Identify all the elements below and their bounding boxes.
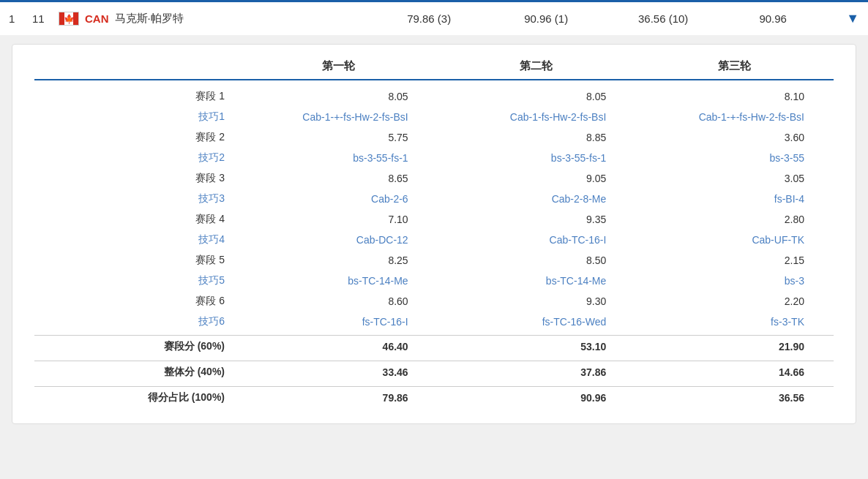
- row-label: 技巧5: [34, 274, 239, 287]
- table-row: 技巧2 bs-3-55-fs-1 bs-3-55-fs-1 bs-3-55: [34, 148, 834, 168]
- summary-v2: 37.86: [438, 366, 636, 378]
- row-v2: 8.05: [438, 91, 636, 102]
- summary-row: 整体分 (40%) 33.46 37.86 14.66: [34, 361, 834, 383]
- row-label: 赛段 5: [34, 254, 239, 267]
- row-v3: bs-3-55: [635, 152, 834, 164]
- summary-row: 得分占比 (100%) 79.86 90.96 36.56: [34, 386, 834, 409]
- row-v2: 9.05: [438, 173, 636, 184]
- row-v3: fs-BI-4: [635, 193, 834, 205]
- row-v2: fs-TC-16-Wed: [438, 316, 636, 328]
- table-row: 技巧4 Cab-DC-12 Cab-TC-16-I Cab-UF-TK: [34, 230, 834, 250]
- summary-v3: 14.66: [635, 366, 834, 378]
- col-round2: 第二轮: [438, 59, 636, 73]
- summary-v2: 53.10: [438, 341, 636, 352]
- row-v1: 7.10: [239, 214, 438, 225]
- row-label: 技巧1: [34, 110, 239, 124]
- score1: 79.86 (3): [392, 12, 465, 25]
- table-row: 技巧3 Cab-2-6 Cab-2-8-Me fs-BI-4: [34, 189, 834, 209]
- row-v2: Cab-1-fs-Hw-2-fs-BsI: [438, 111, 636, 123]
- flag-icon: 🍁: [59, 12, 79, 26]
- table-row: 赛段 6 8.60 9.30 2.20: [34, 291, 834, 312]
- col-empty: [34, 59, 239, 73]
- row-v3: Cab-1-+-fs-Hw-2-fs-BsI: [635, 111, 834, 123]
- row-v1: fs-TC-16-I: [239, 316, 438, 328]
- header-row: 1 11 🍁 CAN 马克斯·帕罗特 79.86 (3) 90.96 (1) 3…: [0, 0, 868, 35]
- row-v2: Cab-TC-16-I: [438, 234, 636, 246]
- row-v3: Cab-UF-TK: [635, 234, 834, 246]
- table-row: 技巧1 Cab-1-+-fs-Hw-2-fs-BsI Cab-1-fs-Hw-2…: [34, 107, 834, 127]
- detail-panel: 第一轮 第二轮 第三轮 赛段 1 8.05 8.05 8.10 技巧1 Cab-…: [12, 44, 856, 424]
- row-label: 赛段 6: [34, 295, 239, 308]
- row-v1: 5.75: [239, 132, 438, 143]
- summary-v1: 79.86: [239, 392, 438, 404]
- table-row: 赛段 1 8.05 8.05 8.10: [34, 86, 834, 107]
- bib: 11: [32, 12, 53, 25]
- row-v3: 2.15: [635, 254, 834, 266]
- row-v2: Cab-2-8-Me: [438, 193, 636, 205]
- row-v3: 3.60: [635, 132, 834, 143]
- data-rows-container: 赛段 1 8.05 8.05 8.10 技巧1 Cab-1-+-fs-Hw-2-…: [34, 86, 834, 332]
- row-v3: 3.05: [635, 173, 834, 184]
- table-row: 技巧5 bs-TC-14-Me bs-TC-14-Me bs-3: [34, 271, 834, 291]
- table-row: 技巧6 fs-TC-16-I fs-TC-16-Wed fs-3-TK: [34, 312, 834, 332]
- summary-v3: 21.90: [635, 341, 834, 352]
- score2: 90.96 (1): [509, 12, 583, 25]
- score3: 36.56 (10): [626, 12, 700, 25]
- table-row: 赛段 5 8.25 8.50 2.15: [34, 250, 834, 271]
- row-v2: 8.85: [438, 132, 636, 143]
- row-label: 技巧4: [34, 233, 239, 246]
- row-label: 赛段 4: [34, 213, 239, 226]
- rank: 1: [9, 12, 26, 25]
- row-v1: bs-TC-14-Me: [239, 275, 438, 287]
- row-v1: 8.25: [239, 254, 438, 266]
- row-v1: 8.60: [239, 295, 438, 307]
- col-round1: 第一轮: [239, 59, 438, 73]
- row-v2: bs-TC-14-Me: [438, 275, 636, 287]
- row-v1: 8.65: [239, 173, 438, 184]
- row-v2: 9.35: [438, 214, 636, 225]
- row-v1: Cab-DC-12: [239, 234, 438, 246]
- row-v3: bs-3: [635, 275, 834, 287]
- row-label: 赛段 3: [34, 172, 239, 185]
- summary-v1: 33.46: [239, 366, 438, 378]
- table-header: 第一轮 第二轮 第三轮: [34, 59, 834, 80]
- col-round3: 第三轮: [635, 59, 834, 73]
- row-label: 赛段 2: [34, 131, 239, 144]
- summary-label: 整体分 (40%): [34, 366, 239, 379]
- row-v1: bs-3-55-fs-1: [239, 152, 438, 164]
- summary-row: 赛段分 (60%) 46.40 53.10 21.90: [34, 335, 834, 358]
- row-v1: Cab-1-+-fs-Hw-2-fs-BsI: [239, 111, 438, 123]
- row-v3: 2.20: [635, 295, 834, 307]
- summary-label: 得分占比 (100%): [34, 391, 239, 404]
- expand-chevron[interactable]: ▼: [846, 11, 859, 26]
- summary-label: 赛段分 (60%): [34, 340, 239, 353]
- final-score: 90.96: [744, 12, 802, 25]
- row-label: 技巧6: [34, 315, 239, 328]
- table-row: 赛段 4 7.10 9.35 2.80: [34, 209, 834, 230]
- row-v3: fs-3-TK: [635, 316, 834, 328]
- row-v3: 8.10: [635, 91, 834, 102]
- row-label: 技巧3: [34, 192, 239, 205]
- row-v2: 9.30: [438, 295, 636, 307]
- table-row: 赛段 2 5.75 8.85 3.60: [34, 127, 834, 148]
- row-v1: 8.05: [239, 91, 438, 102]
- summary-v1: 46.40: [239, 341, 438, 352]
- row-label: 赛段 1: [34, 90, 239, 103]
- header-scores: 79.86 (3) 90.96 (1) 36.56 (10) 90.96 ▼: [392, 11, 859, 26]
- table-row: 赛段 3 8.65 9.05 3.05: [34, 168, 834, 189]
- row-label: 技巧2: [34, 151, 239, 165]
- summary-v2: 90.96: [438, 392, 636, 404]
- country-code: CAN: [85, 12, 109, 25]
- row-v2: bs-3-55-fs-1: [438, 152, 636, 164]
- summary-v3: 36.56: [635, 392, 834, 404]
- row-v3: 2.80: [635, 214, 834, 225]
- summary-rows-container: 赛段分 (60%) 46.40 53.10 21.90 整体分 (40%) 33…: [34, 335, 834, 409]
- athlete-name: 马克斯·帕罗特: [115, 12, 387, 26]
- row-v2: 8.50: [438, 254, 636, 266]
- row-v1: Cab-2-6: [239, 193, 438, 205]
